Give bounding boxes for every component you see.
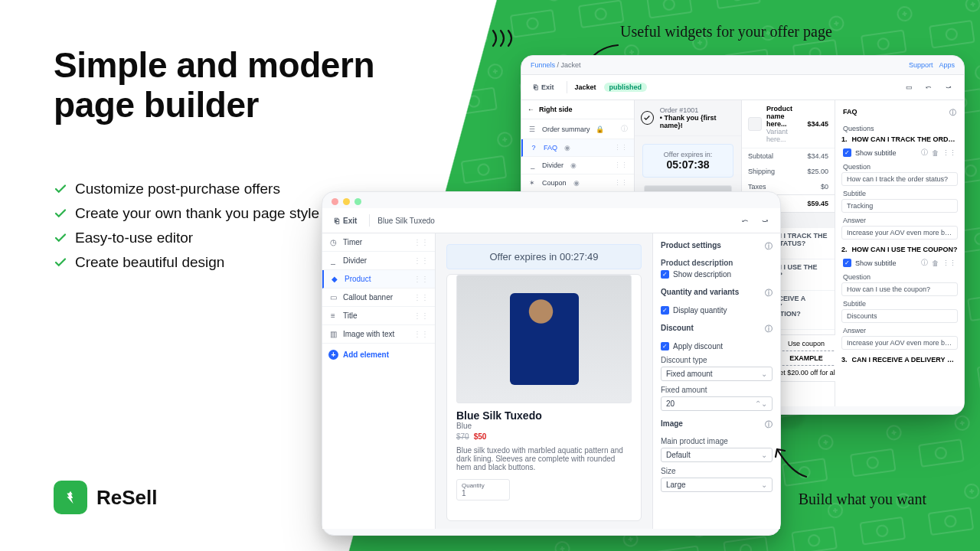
exit-button[interactable]: ⎗Exit — [330, 214, 361, 227]
info-icon: ⓘ — [921, 258, 928, 268]
timer-widget: Offer expires in: 05:07:38 — [642, 144, 733, 178]
answer-input[interactable]: Increase your AOV even more by encouragi — [841, 336, 958, 350]
product-variant: Blue — [456, 422, 632, 430]
info-icon: ⓘ — [765, 241, 773, 252]
info-icon: ⓘ — [765, 419, 773, 430]
crumb-current: Jacket — [561, 61, 581, 69]
undo-icon[interactable]: ⤺ — [737, 213, 753, 228]
sidebar-item-title[interactable]: ≡Title⋮⋮ — [322, 307, 435, 325]
text-icon: ≡ — [328, 311, 338, 320]
annotation-build: Build what you want — [799, 491, 926, 508]
drag-icon[interactable]: ⋮⋮ — [942, 149, 956, 157]
sidebar-item-faq[interactable]: ?FAQ◉⋮⋮ — [521, 139, 634, 157]
subtitle-input[interactable]: Discounts — [841, 309, 958, 323]
main-image-select[interactable]: Default⌄ — [661, 448, 773, 462]
faq-settings-panel: FAQⓘ Questions 1.HOW CAN I TRACK THE ORD… — [835, 100, 964, 406]
undo-icon[interactable]: ⤺ — [921, 80, 936, 95]
editor-window-front: ⎗Exit Blue Silk Tuxedo ⤺ ⤻ ◷Timer⋮⋮ ⎯Div… — [322, 191, 781, 536]
sidebar-item-callout[interactable]: ▭Callout banner⋮⋮ — [322, 289, 435, 307]
sidebar-item-divider[interactable]: ⎯Divider◉⋮⋮ — [521, 157, 634, 174]
info-icon: ⓘ — [765, 288, 773, 298]
thank-you-heading: • Thank you {first name}! — [660, 114, 735, 129]
trash-icon[interactable]: 🗑 — [932, 259, 939, 267]
sidebar-item-timer[interactable]: ◷Timer⋮⋮ — [322, 233, 435, 252]
window-controls — [322, 192, 780, 208]
question-input[interactable]: How can I track the order status? — [841, 172, 958, 186]
image-icon — [748, 117, 762, 131]
drag-icon[interactable]: ⋮⋮ — [413, 293, 429, 302]
annotation-widgets: Useful widgets for your offer page — [620, 23, 832, 41]
receipt-icon: ☰ — [528, 126, 537, 133]
coupon-icon: ✶ — [528, 179, 537, 187]
show-subtitle-checkbox[interactable]: ✓Show subtitleⓘ🗑⋮⋮ — [835, 145, 964, 161]
apply-discount-checkbox[interactable]: ✓Apply discount — [653, 339, 780, 354]
sidebar-item-image-text[interactable]: ▥Image with text⋮⋮ — [322, 325, 435, 344]
display-quantity-checkbox[interactable]: ✓Display quantity — [653, 303, 780, 318]
drag-icon[interactable]: ⋮⋮ — [413, 238, 429, 246]
drag-icon[interactable]: ⋮⋮ — [614, 179, 628, 187]
funnel-title: Jacket — [575, 83, 596, 91]
info-icon: ⓘ — [765, 324, 773, 334]
subtitle-input[interactable]: Tracking — [841, 199, 958, 213]
preview-canvas: Offer expires in 00:27:49 Blue Silk Tuxe… — [436, 233, 653, 529]
page-title: Blue Silk Tuxedo — [377, 217, 435, 225]
drag-icon[interactable]: ⋮⋮ — [942, 259, 956, 267]
visibility-icon[interactable]: ◉ — [563, 144, 572, 152]
lock-icon: 🔒 — [596, 126, 605, 133]
exit-button[interactable]: ⎗Exit — [529, 81, 559, 93]
status-badge: published — [604, 83, 648, 92]
brand-logo — [54, 481, 87, 514]
feature-bullets: Customize post-purchase offers Create yo… — [54, 181, 319, 271]
show-description-checkbox[interactable]: ✓Show description — [653, 267, 780, 282]
redo-icon[interactable]: ⤻ — [757, 213, 773, 228]
support-link[interactable]: Support — [909, 61, 933, 69]
device-desktop-icon[interactable]: ▭ — [901, 80, 916, 95]
check-icon — [54, 207, 67, 220]
sidebar-item-coupon[interactable]: ✶Coupon◉⋮⋮ — [521, 174, 634, 192]
answer-input[interactable]: Increase your AOV even more by encouragi — [841, 226, 958, 240]
quantity-field[interactable]: Quantity1 — [456, 479, 510, 500]
stepper-icon[interactable]: ⌃⌄ — [755, 399, 767, 408]
clock-icon: ◷ — [328, 238, 338, 246]
check-icon — [54, 256, 67, 269]
sidebar-widgets: ◷Timer⋮⋮ ⎯Divider⋮⋮ ◆Product⋮⋮ ▭Callout … — [322, 233, 436, 529]
product-description: Blue silk tuxedo with marbled aquatic pa… — [456, 446, 632, 471]
product-settings-panel: Product settingsⓘ Product description ✓S… — [653, 233, 780, 529]
drag-icon[interactable]: ⋮⋮ — [413, 330, 429, 338]
check-icon — [54, 182, 67, 196]
brand: ReSell — [54, 481, 158, 514]
info-icon: ⓘ — [921, 148, 928, 158]
brand-name: ReSell — [96, 486, 158, 510]
question-icon: ? — [529, 144, 538, 152]
drag-icon[interactable]: ⋮⋮ — [614, 161, 628, 169]
redo-icon[interactable]: ⤻ — [941, 80, 956, 95]
sidebar-item-divider[interactable]: ⎯Divider⋮⋮ — [322, 252, 435, 270]
show-subtitle-checkbox[interactable]: ✓Show subtitleⓘ🗑⋮⋮ — [835, 255, 964, 271]
chevron-down-icon: ⌄ — [761, 481, 767, 489]
sidebar-item-product[interactable]: ◆Product⋮⋮ — [322, 270, 435, 289]
check-circle-icon — [641, 111, 654, 125]
product-image — [456, 275, 632, 403]
apps-link[interactable]: Apps — [939, 61, 955, 69]
sidebar-item-order-summary[interactable]: ☰Order summary🔒ⓘ — [521, 119, 634, 139]
trash-icon[interactable]: 🗑 — [932, 149, 939, 157]
visibility-icon[interactable]: ◉ — [569, 161, 578, 169]
page-headline: Simple and modern page builder — [54, 46, 374, 125]
visibility-icon[interactable]: ◉ — [572, 179, 581, 187]
question-input[interactable]: How can I use the coupon? — [841, 282, 958, 296]
sidebar-header[interactable]: ←Right side — [521, 100, 634, 119]
info-icon: ⓘ — [949, 108, 956, 118]
drag-icon[interactable]: ⋮⋮ — [413, 311, 429, 320]
check-icon — [54, 231, 67, 245]
drag-icon[interactable]: ⋮⋮ — [413, 256, 429, 265]
timer-widget: Offer expires in 00:27:49 — [446, 244, 642, 269]
discount-type-select[interactable]: Fixed amount⌄ — [661, 367, 773, 381]
add-element-button[interactable]: +Add element — [322, 344, 435, 366]
divider-icon: ⎯ — [328, 256, 338, 265]
banner-icon: ▭ — [328, 293, 338, 302]
size-select[interactable]: Large⌄ — [661, 478, 773, 492]
fixed-amount-input[interactable]: 20⌃⌄ — [661, 396, 773, 411]
drag-icon[interactable]: ⋮⋮ — [413, 275, 429, 283]
crumb-root[interactable]: Funnels — [531, 61, 555, 69]
drag-icon[interactable]: ⋮⋮ — [614, 144, 628, 152]
